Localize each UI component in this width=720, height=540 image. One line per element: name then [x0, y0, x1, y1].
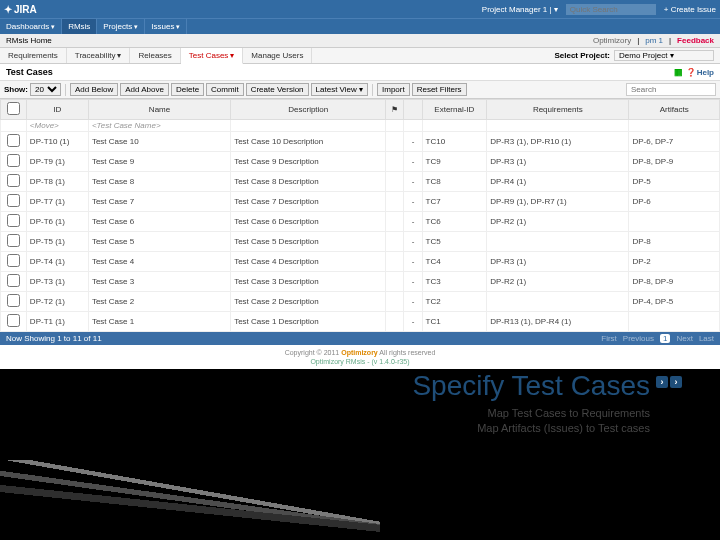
nav-issues[interactable]: Issues▾: [145, 19, 187, 34]
col-description[interactable]: Description: [231, 100, 386, 120]
cell-id: DP-T5 (1): [26, 232, 88, 252]
cell-req: DP-R4 (1): [487, 172, 629, 192]
pager-last[interactable]: Last: [699, 334, 714, 343]
col-id[interactable]: ID: [26, 100, 88, 120]
col-checkbox[interactable]: [1, 100, 27, 120]
cell-ext: TC1: [422, 312, 487, 332]
nav-projects[interactable]: Projects▾: [97, 19, 145, 34]
table-row[interactable]: DP-T9 (1)Test Case 9Test Case 9 Descript…: [1, 152, 720, 172]
row-checkbox[interactable]: [7, 274, 20, 287]
sub-nav: Requirements Traceability ▾ Releases Tes…: [0, 48, 720, 64]
filter-id[interactable]: <Move>: [26, 120, 88, 132]
project-select[interactable]: Demo Project ▾: [614, 50, 714, 61]
cell-ext: TC8: [422, 172, 487, 192]
pager-prev[interactable]: Previous: [623, 334, 654, 343]
cell-flag[interactable]: [386, 272, 404, 292]
grid-search-input[interactable]: [626, 83, 716, 96]
cell-name: Test Case 8: [88, 172, 230, 192]
table-row[interactable]: DP-T7 (1)Test Case 7Test Case 7 Descript…: [1, 192, 720, 212]
cell-flag[interactable]: [386, 252, 404, 272]
table-row[interactable]: DP-T6 (1)Test Case 6Test Case 6 Descript…: [1, 212, 720, 232]
col-flag[interactable]: ⚑: [386, 100, 404, 120]
add-above-button[interactable]: Add Above: [120, 83, 169, 96]
subnav-testcases[interactable]: Test Cases ▾: [181, 48, 244, 64]
cell-link[interactable]: -: [404, 132, 422, 152]
cell-name: Test Case 4: [88, 252, 230, 272]
help-link[interactable]: ❓ Help: [686, 68, 714, 77]
cell-flag[interactable]: [386, 152, 404, 172]
row-checkbox[interactable]: [7, 154, 20, 167]
table-row[interactable]: DP-T10 (1)Test Case 10Test Case 10 Descr…: [1, 132, 720, 152]
cell-link[interactable]: -: [404, 192, 422, 212]
table-row[interactable]: DP-T8 (1)Test Case 8Test Case 8 Descript…: [1, 172, 720, 192]
create-issue-link[interactable]: + Create Issue: [664, 5, 716, 14]
pager-next[interactable]: Next: [676, 334, 692, 343]
cell-art: DP-8, DP-9: [629, 152, 720, 172]
user-menu[interactable]: Project Manager 1 | ▾: [482, 5, 558, 14]
excel-export-icon[interactable]: ▦: [674, 67, 683, 77]
subnav-releases[interactable]: Releases: [130, 48, 180, 63]
delete-button[interactable]: Delete: [171, 83, 204, 96]
cell-flag[interactable]: [386, 212, 404, 232]
row-checkbox[interactable]: [7, 174, 20, 187]
footer-logo: Optimizory: [341, 349, 378, 356]
col-requirements[interactable]: Requirements: [487, 100, 629, 120]
cell-link[interactable]: -: [404, 212, 422, 232]
pager-first[interactable]: First: [601, 334, 617, 343]
table-row[interactable]: DP-T3 (1)Test Case 3Test Case 3 Descript…: [1, 272, 720, 292]
optimizory-link[interactable]: Optimizory: [593, 36, 631, 45]
cell-flag[interactable]: [386, 312, 404, 332]
quick-search-input[interactable]: [566, 4, 656, 15]
feedback-link[interactable]: Feedback: [677, 36, 714, 45]
cell-ext: TC4: [422, 252, 487, 272]
reset-filters-button[interactable]: Reset Filters: [412, 83, 467, 96]
add-below-button[interactable]: Add Below: [70, 83, 118, 96]
cell-link[interactable]: -: [404, 312, 422, 332]
cell-flag[interactable]: [386, 232, 404, 252]
row-checkbox[interactable]: [7, 314, 20, 327]
latest-view-button[interactable]: Latest View ▾: [311, 83, 368, 96]
slide-subtitle: Map Test Cases to Requirements Map Artif…: [477, 406, 650, 437]
cell-link[interactable]: -: [404, 172, 422, 192]
table-row[interactable]: DP-T5 (1)Test Case 5Test Case 5 Descript…: [1, 232, 720, 252]
row-checkbox[interactable]: [7, 194, 20, 207]
pm1-link[interactable]: pm 1: [645, 36, 663, 45]
nav-dashboards[interactable]: Dashboards▾: [0, 19, 62, 34]
import-button[interactable]: Import: [377, 83, 410, 96]
pager-page[interactable]: 1: [660, 334, 670, 343]
cell-flag[interactable]: [386, 192, 404, 212]
cell-flag[interactable]: [386, 292, 404, 312]
row-checkbox[interactable]: [7, 234, 20, 247]
show-select[interactable]: 20: [30, 83, 61, 96]
subnav-traceability[interactable]: Traceability ▾: [67, 48, 131, 63]
cell-id: DP-T3 (1): [26, 272, 88, 292]
cell-link[interactable]: -: [404, 272, 422, 292]
create-version-button[interactable]: Create Version: [246, 83, 309, 96]
col-link[interactable]: [404, 100, 422, 120]
cell-flag[interactable]: [386, 132, 404, 152]
row-checkbox[interactable]: [7, 214, 20, 227]
subnav-requirements[interactable]: Requirements: [0, 48, 67, 63]
col-artifacts[interactable]: Artifacts: [629, 100, 720, 120]
row-checkbox[interactable]: [7, 134, 20, 147]
row-checkbox[interactable]: [7, 254, 20, 267]
table-row[interactable]: DP-T2 (1)Test Case 2Test Case 2 Descript…: [1, 292, 720, 312]
cell-link[interactable]: -: [404, 152, 422, 172]
cell-req: DP-R9 (1), DP-R7 (1): [487, 192, 629, 212]
row-checkbox[interactable]: [7, 294, 20, 307]
cell-art: DP-8: [629, 232, 720, 252]
commit-button[interactable]: Commit: [206, 83, 244, 96]
table-row[interactable]: DP-T1 (1)Test Case 1Test Case 1 Descript…: [1, 312, 720, 332]
table-row[interactable]: DP-T4 (1)Test Case 4Test Case 4 Descript…: [1, 252, 720, 272]
nav-rmsis[interactable]: RMsis: [62, 19, 97, 34]
col-external-id[interactable]: External-ID: [422, 100, 487, 120]
cell-link[interactable]: -: [404, 292, 422, 312]
subnav-manage-users[interactable]: Manage Users: [243, 48, 312, 63]
cell-flag[interactable]: [386, 172, 404, 192]
filter-name[interactable]: <Test Case Name>: [88, 120, 230, 132]
cell-link[interactable]: -: [404, 232, 422, 252]
col-name[interactable]: Name: [88, 100, 230, 120]
cell-id: DP-T8 (1): [26, 172, 88, 192]
cell-name: Test Case 5: [88, 232, 230, 252]
cell-link[interactable]: -: [404, 252, 422, 272]
